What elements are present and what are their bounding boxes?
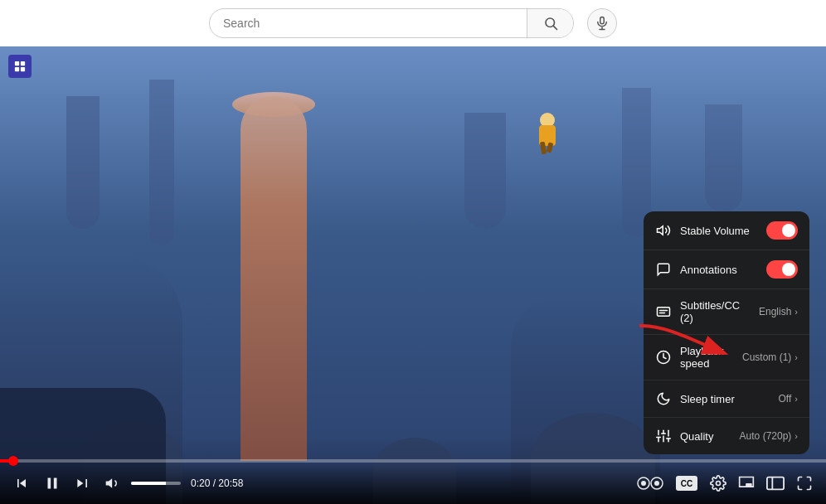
mic-icon bbox=[595, 16, 610, 31]
controls-bar: 0:20 / 20:58 CC bbox=[0, 463, 826, 504]
annotations-icon bbox=[655, 261, 672, 278]
annotations-row[interactable]: Annotations bbox=[644, 250, 809, 289]
settings-button[interactable] bbox=[707, 472, 730, 495]
skip-back-button[interactable] bbox=[10, 472, 33, 495]
stable-volume-label: Stable Volume bbox=[680, 225, 758, 237]
svg-rect-5 bbox=[15, 61, 19, 65]
svg-rect-8 bbox=[21, 67, 25, 71]
sleep-timer-label: Sleep timer bbox=[680, 393, 770, 405]
stalactite-5 bbox=[705, 104, 742, 212]
svg-rect-7 bbox=[15, 67, 19, 71]
svg-rect-32 bbox=[746, 483, 752, 487]
svg-point-31 bbox=[717, 482, 721, 486]
sleep-timer-row[interactable]: Sleep timer Off › bbox=[644, 380, 809, 418]
stable-volume-toggle[interactable] bbox=[766, 221, 798, 240]
svg-rect-6 bbox=[21, 61, 25, 65]
playback-speed-value: Custom (1) › bbox=[742, 351, 798, 363]
character bbox=[531, 113, 564, 154]
theatre-mode-button[interactable] bbox=[763, 472, 788, 495]
stable-volume-row[interactable]: Stable Volume bbox=[644, 211, 809, 250]
svg-line-1 bbox=[553, 26, 556, 29]
main-pillar bbox=[241, 96, 307, 461]
svg-text:CC: CC bbox=[681, 479, 692, 488]
video-player[interactable]: Stable Volume Annotations Subtitle bbox=[0, 46, 826, 504]
char-leg2 bbox=[547, 142, 554, 153]
subtitles-value: English › bbox=[759, 306, 798, 317]
volume-stable-icon bbox=[655, 222, 672, 239]
mic-button[interactable] bbox=[587, 8, 617, 38]
controls-right: CC bbox=[634, 472, 816, 495]
svg-point-27 bbox=[641, 481, 646, 486]
sleep-timer-value: Off › bbox=[779, 393, 798, 405]
quality-icon bbox=[655, 428, 672, 444]
cc-button[interactable]: CC bbox=[672, 472, 702, 495]
header bbox=[0, 0, 826, 46]
svg-marker-24 bbox=[106, 478, 113, 488]
svg-rect-33 bbox=[767, 477, 784, 490]
play-pause-button[interactable] bbox=[40, 471, 65, 496]
volume-fill bbox=[131, 482, 166, 485]
svg-marker-10 bbox=[658, 226, 663, 235]
thumbnail-icon bbox=[8, 55, 32, 78]
quality-value: Auto (720p) › bbox=[740, 430, 798, 442]
annotations-label: Annotations bbox=[680, 264, 758, 276]
search-bar bbox=[209, 8, 574, 38]
time-display: 0:20 / 20:58 bbox=[191, 477, 243, 489]
stable-indicator-button[interactable] bbox=[634, 472, 667, 495]
skip-forward-button[interactable] bbox=[71, 472, 95, 495]
stalactite-2 bbox=[149, 80, 174, 245]
annotations-toggle[interactable] bbox=[766, 260, 798, 279]
search-input[interactable] bbox=[210, 17, 527, 30]
svg-rect-2 bbox=[600, 17, 605, 24]
search-icon bbox=[543, 16, 558, 31]
search-button[interactable] bbox=[527, 8, 573, 38]
stalactite-1 bbox=[66, 96, 100, 229]
svg-point-28 bbox=[654, 481, 659, 486]
quality-label: Quality bbox=[680, 430, 731, 443]
volume-button[interactable] bbox=[101, 472, 124, 495]
fullscreen-button[interactable] bbox=[793, 472, 816, 495]
miniplayer-button[interactable] bbox=[735, 472, 758, 495]
volume-bar[interactable] bbox=[131, 482, 181, 485]
svg-rect-11 bbox=[658, 308, 670, 317]
quality-row[interactable]: Quality Auto (720p) › bbox=[644, 418, 809, 454]
stalactite-3 bbox=[464, 113, 506, 229]
sleep-timer-icon bbox=[655, 390, 672, 407]
